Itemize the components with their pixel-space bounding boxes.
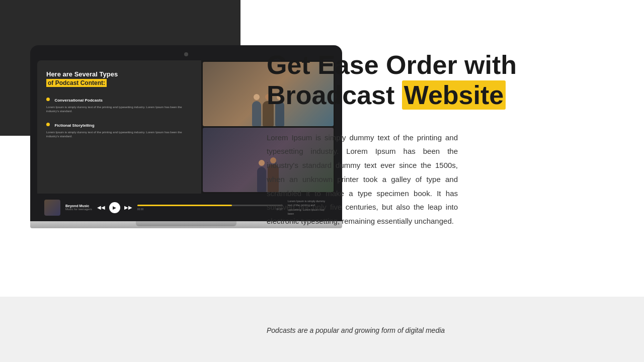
progress-area: 00:00 04:27 — [137, 205, 283, 211]
play-button[interactable]: ▶ — [109, 202, 120, 213]
progress-bar-fill — [137, 205, 232, 206]
podcast-desc-2: Lorem Ipsum is simply dummy text of the … — [46, 130, 192, 139]
player-controls[interactable]: ◀◀ ▶ ▶▶ — [97, 202, 132, 213]
podcast-desc-1: Lorem Ipsum is simply dummy text of the … — [46, 105, 192, 114]
screen-heading-normal: Here are Several Types — [46, 70, 118, 78]
podcast-item-2: Fictional Storytelling Lorem Ipsum is si… — [46, 120, 192, 139]
headline-line1: Get Ease Order with — [267, 50, 517, 79]
player-track-title: Beyond Music — [65, 204, 92, 208]
prev-button[interactable]: ◀◀ — [97, 205, 105, 210]
right-content-area: Get Ease Order with Broadcast Website Lo… — [267, 50, 609, 228]
headline-line2-normal: Broadcast — [267, 80, 402, 110]
laptop-stand — [136, 221, 236, 226]
podcast-title-1: Conversational Podcasts — [54, 98, 103, 103]
player-track-subtitle: Music for teenagers — [65, 208, 92, 211]
headline-highlight: Website — [402, 80, 506, 110]
description-text: Lorem Ipsum is simply dummy text of the … — [267, 131, 458, 228]
album-art — [44, 200, 60, 216]
podcast-title-2: Fictional Storytelling — [54, 123, 94, 128]
podcast-dot-1 — [46, 98, 50, 101]
progress-bar-track[interactable] — [137, 205, 283, 206]
bottom-caption: Podcasts are a popular and growing form … — [267, 326, 445, 334]
progress-times: 00:00 04:27 — [137, 208, 283, 211]
podcast-item-1: Conversational Podcasts Lorem Ipsum is s… — [46, 95, 192, 114]
player-info: Beyond Music Music for teenagers — [65, 204, 92, 211]
webcam-dot — [184, 52, 188, 56]
next-button[interactable]: ▶▶ — [124, 205, 132, 210]
screen-heading-highlight: of Podcast Content: — [46, 79, 107, 87]
screen-left-panel: Here are Several Types of Podcast Conten… — [37, 60, 201, 194]
screen-heading: Here are Several Types of Podcast Conten… — [46, 70, 192, 87]
time-current: 00:00 — [137, 208, 144, 211]
main-headline: Get Ease Order with Broadcast Website — [267, 50, 609, 111]
podcast-dot-2 — [46, 123, 50, 126]
